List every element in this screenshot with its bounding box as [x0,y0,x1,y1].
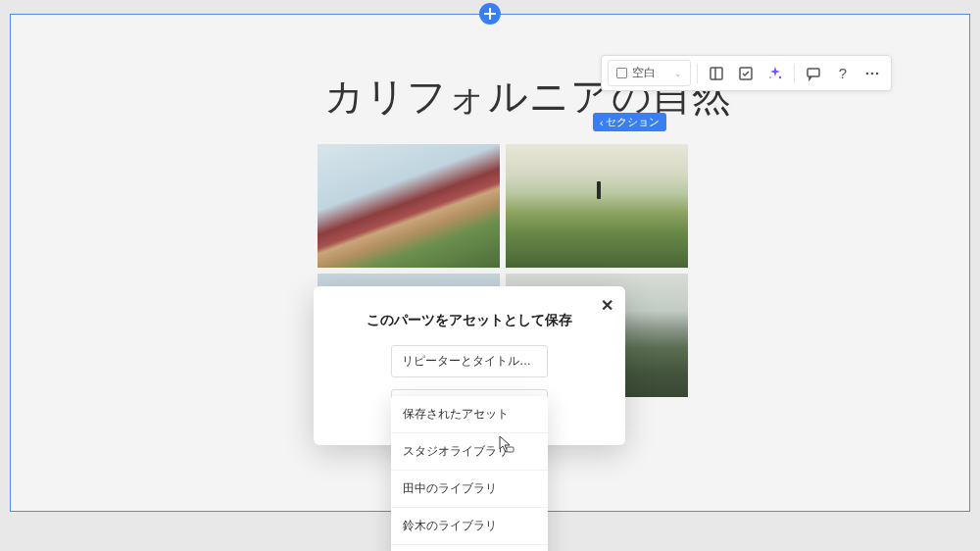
dropdown-item-tanaka-library[interactable]: 田中のライブラリ [391,471,548,508]
dropdown-item-studio-library[interactable]: スタジオライブラリ [391,433,548,471]
dropdown-item-saved-assets[interactable]: 保存されたアセット [391,396,548,433]
dropdown-item-suzuki-library[interactable]: 鈴木のライブラリ [391,508,548,545]
destination-dropdown: 保存されたアセット スタジオライブラリ 田中のライブラリ 鈴木のライブラリ 新規… [391,396,548,551]
create-new-library-link[interactable]: 新規ライブラリを作成 [391,545,548,551]
